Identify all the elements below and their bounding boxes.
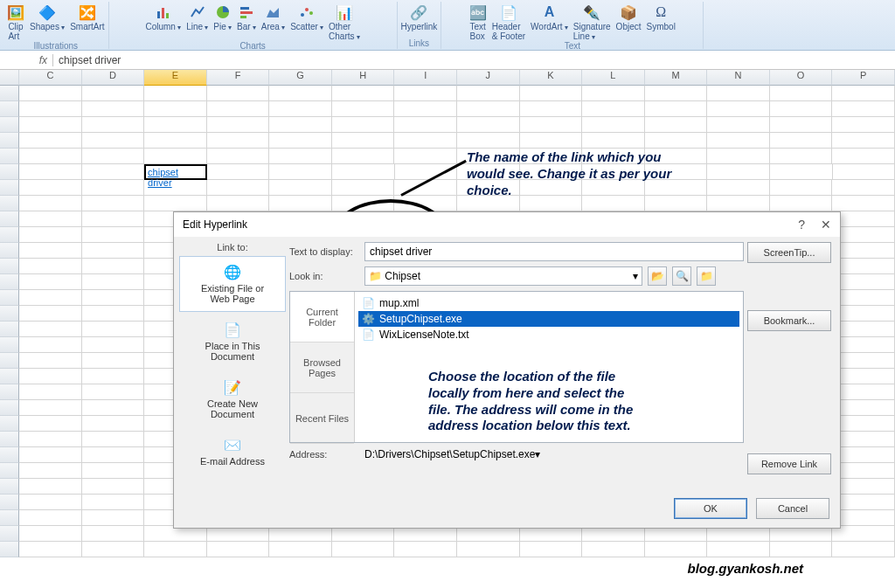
screentip-button[interactable]: ScreenTip...	[747, 242, 831, 263]
text-to-display-input[interactable]	[364, 242, 744, 261]
close-button[interactable]: ✕	[821, 218, 831, 232]
col-O[interactable]: O	[770, 70, 833, 86]
btn-object[interactable]: 📦Object	[616, 3, 642, 41]
ribbon-group-illustrations: 🖼️Clip Art 🔷Shapes 🔀SmartArt Illustratio…	[3, 2, 109, 49]
group-label: Text	[565, 41, 580, 52]
dialog-title: Edit Hyperlink	[183, 218, 247, 231]
btn-shapes[interactable]: 🔷Shapes	[30, 3, 65, 41]
group-label: Charts	[239, 41, 265, 52]
btn-smartart[interactable]: 🔀SmartArt	[70, 3, 104, 41]
symbol-icon: Ω	[652, 3, 670, 21]
svg-rect-0	[157, 11, 160, 18]
new-doc-icon: 📝	[224, 379, 241, 396]
col-H[interactable]: H	[332, 70, 395, 86]
btn-hyperlink[interactable]: 🔗Hyperlink	[401, 3, 438, 31]
chevron-down-icon: ▾	[535, 448, 540, 460]
btn-area[interactable]: Area	[261, 3, 285, 41]
smartart-icon: 🔀	[79, 3, 96, 21]
col-N[interactable]: N	[707, 70, 770, 86]
up-folder-icon: 📂	[651, 270, 664, 282]
xml-file-icon: 📄	[362, 297, 374, 309]
column-chart-icon	[155, 3, 172, 21]
btn-header-footer[interactable]: 📄Header & Footer	[492, 3, 525, 41]
opt-place-in-doc[interactable]: 📄Place in This Document	[179, 314, 286, 370]
file-item[interactable]: 📄mup.xml	[358, 295, 739, 311]
svg-rect-5	[240, 11, 253, 14]
globe-file-icon: 🌐	[224, 264, 241, 280]
bar-chart-icon	[238, 3, 255, 21]
scatter-chart-icon	[298, 3, 316, 21]
tab-browsed-pages[interactable]: Browsed Pages	[290, 342, 354, 393]
col-K[interactable]: K	[520, 70, 583, 86]
btn-scatter[interactable]: Scatter	[290, 3, 323, 41]
area-chart-icon	[264, 3, 281, 21]
fx-label: fx	[0, 54, 52, 66]
address-input[interactable]: D:\Drivers\Chipset\SetupChipset.exe▾	[364, 448, 744, 460]
pie-chart-icon	[214, 3, 232, 21]
tab-current-folder[interactable]: Current Folder	[290, 292, 354, 342]
col-E[interactable]: E	[144, 70, 207, 86]
signature-icon: ✒️	[583, 3, 600, 21]
look-in-combo[interactable]: 📁 Chipset▾	[364, 266, 642, 286]
chevron-down-icon: ▾	[633, 270, 638, 282]
btn-column[interactable]: Column	[145, 3, 181, 41]
annotation-file-location: Choose the location of the file locally …	[428, 369, 649, 434]
btn-pie[interactable]: Pie	[213, 3, 232, 41]
cancel-button[interactable]: Cancel	[756, 498, 829, 519]
hyperlink-cell[interactable]: chipset driver	[144, 164, 207, 180]
bookmark-button[interactable]: Bookmark...	[747, 310, 831, 331]
browse-file-button[interactable]: 📁	[697, 266, 716, 286]
browse-web-button[interactable]: 🔍	[672, 266, 691, 286]
btn-line[interactable]: Line	[186, 3, 208, 41]
col-M[interactable]: M	[645, 70, 708, 86]
annotation-display-name: The name of the link which you would see…	[467, 149, 694, 198]
opt-create-new[interactable]: 📝Create New Document	[179, 371, 286, 427]
tab-recent-files[interactable]: Recent Files	[290, 393, 354, 444]
col-I[interactable]: I	[394, 70, 457, 86]
email-icon: ✉️	[224, 437, 241, 453]
col-F[interactable]: F	[207, 70, 270, 86]
svg-point-8	[301, 13, 304, 17]
col-L[interactable]: L	[582, 70, 645, 86]
svg-rect-1	[162, 8, 164, 18]
btn-signature[interactable]: ✒️Signature Line	[573, 3, 611, 41]
opt-existing-file[interactable]: 🌐Existing File or Web Page	[179, 256, 286, 312]
ribbon-group-charts: Column Line Pie Bar Area Scatter 📊Other …	[109, 2, 398, 49]
opt-email[interactable]: ✉️E-mail Address	[179, 429, 286, 474]
ok-button[interactable]: OK	[674, 498, 747, 519]
dialog-titlebar: Edit Hyperlink ? ✕	[174, 212, 840, 237]
header-footer-icon: 📄	[500, 3, 517, 21]
btn-wordart[interactable]: AWordArt	[531, 3, 568, 41]
file-item-selected[interactable]: ⚙️SetupChipset.exe	[358, 311, 739, 327]
wordart-icon: A	[540, 3, 558, 21]
remove-link-button[interactable]: Remove Link	[747, 453, 831, 474]
address-label: Address:	[289, 449, 359, 460]
col-J[interactable]: J	[457, 70, 520, 86]
col-D[interactable]: D	[82, 70, 145, 86]
select-all-corner[interactable]	[0, 70, 19, 86]
file-item[interactable]: 📄WixLicenseNote.txt	[358, 327, 739, 342]
shapes-icon: 🔷	[38, 3, 56, 21]
btn-symbol[interactable]: ΩSymbol	[647, 3, 676, 41]
text-to-display-label: Text to display:	[289, 246, 359, 257]
svg-rect-4	[240, 7, 249, 10]
group-label: Illustrations	[34, 41, 79, 52]
link-to-panel: Link to: 🌐Existing File or Web Page 📄Pla…	[179, 242, 286, 474]
formula-value[interactable]: chipset driver	[52, 54, 895, 66]
line-chart-icon	[189, 3, 206, 21]
btn-other-charts[interactable]: 📊Other Charts	[329, 3, 360, 41]
col-C[interactable]: C	[19, 70, 82, 86]
help-button[interactable]: ?	[798, 218, 805, 232]
btn-clipart[interactable]: 🖼️Clip Art	[7, 3, 24, 41]
btn-textbox[interactable]: 🔤Text Box	[469, 3, 487, 41]
column-headers: C D E F G H I J K L M N O P	[0, 70, 895, 86]
web-search-icon: 🔍	[676, 270, 689, 282]
col-G[interactable]: G	[269, 70, 332, 86]
col-P[interactable]: P	[832, 70, 895, 86]
up-folder-button[interactable]: 📂	[648, 266, 667, 286]
ribbon: 🖼️Clip Art 🔷Shapes 🔀SmartArt Illustratio…	[0, 0, 895, 51]
btn-bar[interactable]: Bar	[237, 3, 256, 41]
document-place-icon: 📄	[224, 322, 241, 338]
svg-rect-2	[166, 13, 169, 18]
object-icon: 📦	[620, 3, 637, 21]
